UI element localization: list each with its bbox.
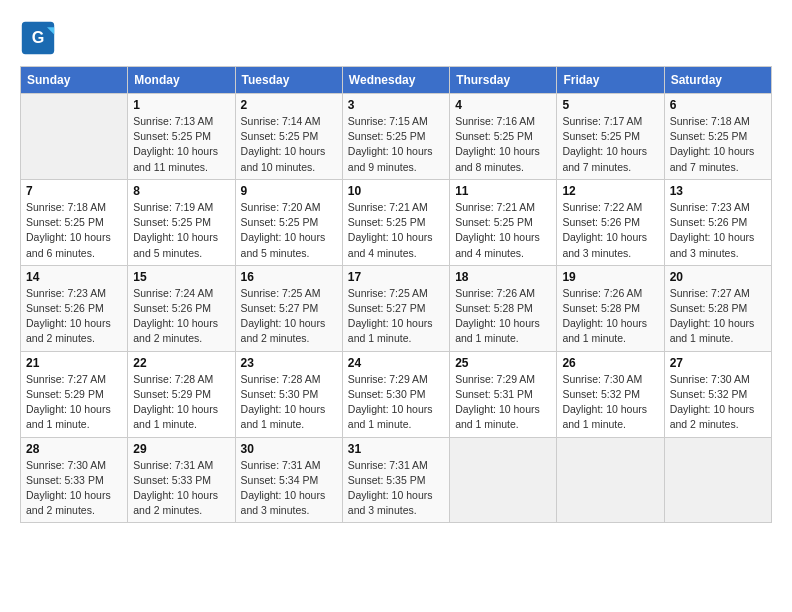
day-cell: 10Sunrise: 7:21 AM Sunset: 5:25 PM Dayli… — [342, 179, 449, 265]
day-cell: 23Sunrise: 7:28 AM Sunset: 5:30 PM Dayli… — [235, 351, 342, 437]
header-thursday: Thursday — [450, 67, 557, 94]
header-monday: Monday — [128, 67, 235, 94]
header-tuesday: Tuesday — [235, 67, 342, 94]
header-sunday: Sunday — [21, 67, 128, 94]
day-detail: Sunrise: 7:24 AM Sunset: 5:26 PM Dayligh… — [133, 286, 229, 347]
day-cell: 3Sunrise: 7:15 AM Sunset: 5:25 PM Daylig… — [342, 94, 449, 180]
day-number: 25 — [455, 356, 551, 370]
day-cell: 24Sunrise: 7:29 AM Sunset: 5:30 PM Dayli… — [342, 351, 449, 437]
day-number: 27 — [670, 356, 766, 370]
day-number: 16 — [241, 270, 337, 284]
week-row-4: 21Sunrise: 7:27 AM Sunset: 5:29 PM Dayli… — [21, 351, 772, 437]
day-number: 9 — [241, 184, 337, 198]
day-number: 21 — [26, 356, 122, 370]
day-number: 31 — [348, 442, 444, 456]
day-cell: 27Sunrise: 7:30 AM Sunset: 5:32 PM Dayli… — [664, 351, 771, 437]
day-cell: 19Sunrise: 7:26 AM Sunset: 5:28 PM Dayli… — [557, 265, 664, 351]
day-cell: 21Sunrise: 7:27 AM Sunset: 5:29 PM Dayli… — [21, 351, 128, 437]
day-cell: 22Sunrise: 7:28 AM Sunset: 5:29 PM Dayli… — [128, 351, 235, 437]
day-number: 30 — [241, 442, 337, 456]
day-detail: Sunrise: 7:29 AM Sunset: 5:30 PM Dayligh… — [348, 372, 444, 433]
day-number: 13 — [670, 184, 766, 198]
day-cell: 30Sunrise: 7:31 AM Sunset: 5:34 PM Dayli… — [235, 437, 342, 523]
day-cell: 12Sunrise: 7:22 AM Sunset: 5:26 PM Dayli… — [557, 179, 664, 265]
day-number: 24 — [348, 356, 444, 370]
day-detail: Sunrise: 7:30 AM Sunset: 5:32 PM Dayligh… — [562, 372, 658, 433]
day-number: 19 — [562, 270, 658, 284]
day-cell — [450, 437, 557, 523]
day-cell: 16Sunrise: 7:25 AM Sunset: 5:27 PM Dayli… — [235, 265, 342, 351]
day-detail: Sunrise: 7:26 AM Sunset: 5:28 PM Dayligh… — [562, 286, 658, 347]
day-number: 4 — [455, 98, 551, 112]
day-detail: Sunrise: 7:27 AM Sunset: 5:29 PM Dayligh… — [26, 372, 122, 433]
day-detail: Sunrise: 7:31 AM Sunset: 5:34 PM Dayligh… — [241, 458, 337, 519]
day-detail: Sunrise: 7:18 AM Sunset: 5:25 PM Dayligh… — [26, 200, 122, 261]
day-number: 22 — [133, 356, 229, 370]
day-cell: 25Sunrise: 7:29 AM Sunset: 5:31 PM Dayli… — [450, 351, 557, 437]
day-cell: 14Sunrise: 7:23 AM Sunset: 5:26 PM Dayli… — [21, 265, 128, 351]
day-detail: Sunrise: 7:30 AM Sunset: 5:33 PM Dayligh… — [26, 458, 122, 519]
day-cell — [664, 437, 771, 523]
day-detail: Sunrise: 7:25 AM Sunset: 5:27 PM Dayligh… — [241, 286, 337, 347]
week-row-2: 7Sunrise: 7:18 AM Sunset: 5:25 PM Daylig… — [21, 179, 772, 265]
day-number: 2 — [241, 98, 337, 112]
header-wednesday: Wednesday — [342, 67, 449, 94]
day-detail: Sunrise: 7:18 AM Sunset: 5:25 PM Dayligh… — [670, 114, 766, 175]
day-cell — [557, 437, 664, 523]
day-cell: 15Sunrise: 7:24 AM Sunset: 5:26 PM Dayli… — [128, 265, 235, 351]
calendar-table: SundayMondayTuesdayWednesdayThursdayFrid… — [20, 66, 772, 523]
day-detail: Sunrise: 7:25 AM Sunset: 5:27 PM Dayligh… — [348, 286, 444, 347]
day-number: 29 — [133, 442, 229, 456]
day-detail: Sunrise: 7:23 AM Sunset: 5:26 PM Dayligh… — [670, 200, 766, 261]
day-cell — [21, 94, 128, 180]
day-detail: Sunrise: 7:30 AM Sunset: 5:32 PM Dayligh… — [670, 372, 766, 433]
day-cell: 8Sunrise: 7:19 AM Sunset: 5:25 PM Daylig… — [128, 179, 235, 265]
header-saturday: Saturday — [664, 67, 771, 94]
day-cell: 5Sunrise: 7:17 AM Sunset: 5:25 PM Daylig… — [557, 94, 664, 180]
day-number: 28 — [26, 442, 122, 456]
day-detail: Sunrise: 7:16 AM Sunset: 5:25 PM Dayligh… — [455, 114, 551, 175]
day-number: 6 — [670, 98, 766, 112]
day-detail: Sunrise: 7:31 AM Sunset: 5:33 PM Dayligh… — [133, 458, 229, 519]
day-number: 17 — [348, 270, 444, 284]
day-number: 1 — [133, 98, 229, 112]
day-detail: Sunrise: 7:23 AM Sunset: 5:26 PM Dayligh… — [26, 286, 122, 347]
day-detail: Sunrise: 7:13 AM Sunset: 5:25 PM Dayligh… — [133, 114, 229, 175]
day-detail: Sunrise: 7:17 AM Sunset: 5:25 PM Dayligh… — [562, 114, 658, 175]
day-detail: Sunrise: 7:21 AM Sunset: 5:25 PM Dayligh… — [455, 200, 551, 261]
day-cell: 26Sunrise: 7:30 AM Sunset: 5:32 PM Dayli… — [557, 351, 664, 437]
day-cell: 2Sunrise: 7:14 AM Sunset: 5:25 PM Daylig… — [235, 94, 342, 180]
day-number: 5 — [562, 98, 658, 112]
svg-text:G: G — [32, 28, 45, 46]
day-number: 7 — [26, 184, 122, 198]
day-detail: Sunrise: 7:31 AM Sunset: 5:35 PM Dayligh… — [348, 458, 444, 519]
day-cell: 7Sunrise: 7:18 AM Sunset: 5:25 PM Daylig… — [21, 179, 128, 265]
day-number: 12 — [562, 184, 658, 198]
day-number: 11 — [455, 184, 551, 198]
day-detail: Sunrise: 7:27 AM Sunset: 5:28 PM Dayligh… — [670, 286, 766, 347]
day-detail: Sunrise: 7:29 AM Sunset: 5:31 PM Dayligh… — [455, 372, 551, 433]
day-number: 23 — [241, 356, 337, 370]
day-detail: Sunrise: 7:21 AM Sunset: 5:25 PM Dayligh… — [348, 200, 444, 261]
week-row-3: 14Sunrise: 7:23 AM Sunset: 5:26 PM Dayli… — [21, 265, 772, 351]
day-detail: Sunrise: 7:15 AM Sunset: 5:25 PM Dayligh… — [348, 114, 444, 175]
day-cell: 29Sunrise: 7:31 AM Sunset: 5:33 PM Dayli… — [128, 437, 235, 523]
calendar-header-row: SundayMondayTuesdayWednesdayThursdayFrid… — [21, 67, 772, 94]
header-friday: Friday — [557, 67, 664, 94]
day-number: 26 — [562, 356, 658, 370]
day-number: 20 — [670, 270, 766, 284]
day-detail: Sunrise: 7:14 AM Sunset: 5:25 PM Dayligh… — [241, 114, 337, 175]
day-detail: Sunrise: 7:20 AM Sunset: 5:25 PM Dayligh… — [241, 200, 337, 261]
day-cell: 20Sunrise: 7:27 AM Sunset: 5:28 PM Dayli… — [664, 265, 771, 351]
day-detail: Sunrise: 7:26 AM Sunset: 5:28 PM Dayligh… — [455, 286, 551, 347]
logo-icon: G — [20, 20, 56, 56]
logo: G — [20, 20, 60, 56]
day-detail: Sunrise: 7:19 AM Sunset: 5:25 PM Dayligh… — [133, 200, 229, 261]
day-number: 8 — [133, 184, 229, 198]
day-cell: 13Sunrise: 7:23 AM Sunset: 5:26 PM Dayli… — [664, 179, 771, 265]
week-row-5: 28Sunrise: 7:30 AM Sunset: 5:33 PM Dayli… — [21, 437, 772, 523]
day-number: 14 — [26, 270, 122, 284]
day-cell: 28Sunrise: 7:30 AM Sunset: 5:33 PM Dayli… — [21, 437, 128, 523]
day-detail: Sunrise: 7:28 AM Sunset: 5:29 PM Dayligh… — [133, 372, 229, 433]
week-row-1: 1Sunrise: 7:13 AM Sunset: 5:25 PM Daylig… — [21, 94, 772, 180]
